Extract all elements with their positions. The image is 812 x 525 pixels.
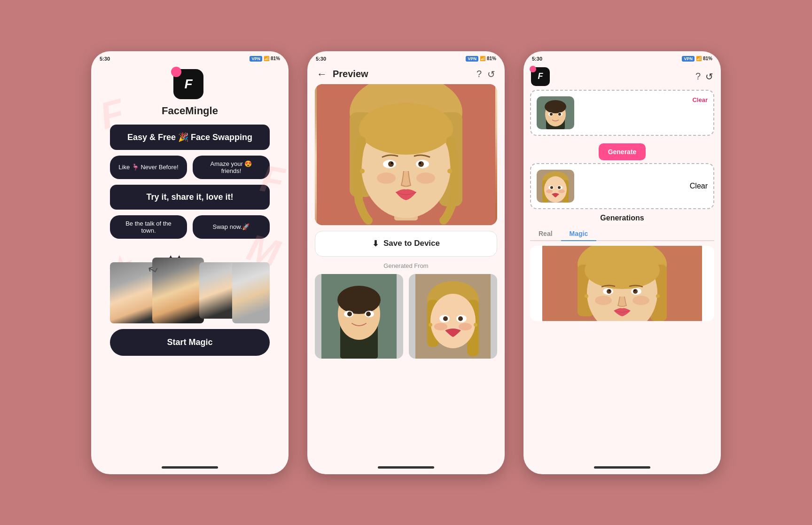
svg-point-14 <box>447 169 452 173</box>
preview-image-container <box>315 84 497 225</box>
try-button[interactable]: Try it, share it, love it! <box>110 185 270 210</box>
signal-icons-3: 📶 <box>696 56 702 61</box>
source-female <box>409 274 497 359</box>
status-icons-3: VPN 📶 81% <box>682 56 712 62</box>
save-button[interactable]: ⬇ Save to Device <box>315 231 497 257</box>
svg-point-30 <box>430 294 476 348</box>
svg-point-12 <box>419 162 421 164</box>
svg-point-53 <box>550 186 553 189</box>
svg-point-70 <box>634 290 636 291</box>
logo-letter: F <box>184 77 192 92</box>
source-female-svg <box>409 274 497 359</box>
phone-1: 5:30 VPN 📶 81% F F ★ M F FaceMingle Easy… <box>91 51 289 474</box>
signal-icons: 📶 <box>264 56 269 61</box>
svg-point-13 <box>360 169 365 173</box>
talk-button[interactable]: Be the talk of the town. <box>110 215 187 239</box>
app-logo-small: F <box>531 67 550 86</box>
svg-point-73 <box>595 296 612 305</box>
generate-button[interactable]: Generate <box>599 143 646 160</box>
bottom-images: ✦✦ ✦ ↵ <box>110 248 270 323</box>
battery-3: 81% <box>703 56 712 61</box>
generated-from-label: Generated From <box>307 262 505 269</box>
battery-1: 81% <box>271 56 280 61</box>
amaze-button[interactable]: Amaze your 😍 friends! <box>193 156 270 179</box>
tab-real[interactable]: Real <box>530 227 561 241</box>
back-icon-3[interactable]: ↺ <box>705 71 713 82</box>
tab-magic[interactable]: Magic <box>561 227 597 241</box>
svg-point-51 <box>544 176 567 203</box>
time-3: 5:30 <box>532 56 542 62</box>
svg-point-34 <box>458 316 463 321</box>
svg-point-16 <box>416 172 435 184</box>
vpn-badge: VPN <box>250 56 262 62</box>
back-button[interactable]: ← <box>317 68 327 80</box>
svg-point-67 <box>609 290 610 291</box>
svg-point-24 <box>366 312 371 316</box>
small-btns-row: Like 🦩 Never Before! Amaze your 😍 friend… <box>110 156 270 179</box>
clear-button-2[interactable]: Clear <box>690 182 708 190</box>
svg-point-6 <box>359 103 453 155</box>
svg-point-64 <box>585 251 660 289</box>
svg-point-57 <box>558 189 565 193</box>
svg-rect-25 <box>345 352 373 359</box>
home-indicator-3 <box>594 466 650 469</box>
svg-point-46 <box>558 113 561 116</box>
preview-title: Preview <box>333 69 471 79</box>
swap-button[interactable]: Swap now.🚀 <box>193 215 270 239</box>
home-bar-2 <box>307 461 505 474</box>
face-svg <box>315 84 497 225</box>
app-logo-container: F <box>173 69 206 102</box>
phone3-header: F ? ↺ <box>523 64 721 90</box>
svg-point-9 <box>391 162 393 164</box>
logo-pink-dot <box>171 67 181 77</box>
like-button[interactable]: Like 🦩 Never Before! <box>110 156 187 179</box>
thumb-female <box>537 170 574 203</box>
thumb-female-svg <box>537 170 574 203</box>
svg-point-71 <box>585 294 588 298</box>
status-bar-2: 5:30 VPN 📶 81% <box>307 51 505 64</box>
status-bar-3: 5:30 VPN 📶 81% <box>523 51 721 64</box>
gen-tabs: Real Magic <box>530 227 714 241</box>
svg-point-15 <box>377 172 396 184</box>
small-btns-row2: Be the talk of the town. Swap now.🚀 <box>110 215 270 239</box>
source-images <box>315 274 497 359</box>
tagline-button[interactable]: Easy & Free 🎉 Face Swapping <box>110 125 270 150</box>
upload-section-1[interactable]: Clear <box>530 90 714 136</box>
vpn-badge-3: VPN <box>682 56 695 62</box>
clear-button-1[interactable]: Clear <box>692 96 708 103</box>
signal-icons-2: 📶 <box>480 56 485 61</box>
status-icons-1: VPN 📶 81% <box>250 56 280 62</box>
upload-section-2[interactable]: Clear <box>530 163 714 209</box>
home-bar-1 <box>91 461 289 474</box>
svg-point-56 <box>546 189 553 193</box>
svg-point-22 <box>347 312 352 316</box>
home-indicator-2 <box>378 466 434 469</box>
start-magic-button[interactable]: Start Magic <box>110 329 270 356</box>
svg-point-37 <box>434 323 447 330</box>
svg-point-35 <box>429 323 432 327</box>
phone3-main: F ? ↺ Clear <box>523 64 721 461</box>
home-indicator-1 <box>162 466 218 469</box>
source-male-svg <box>315 274 403 359</box>
time-1: 5:30 <box>100 56 110 62</box>
svg-point-11 <box>418 161 424 167</box>
svg-point-72 <box>656 294 660 298</box>
generation-result <box>530 246 714 321</box>
generate-btn-container: Generate <box>530 141 714 160</box>
battery-2: 81% <box>487 56 496 61</box>
nav-bar-2: ← Preview ? ↺ <box>307 64 505 84</box>
app-logo: F <box>173 69 203 99</box>
help-icon-3[interactable]: ? <box>695 71 701 82</box>
phone-3: 5:30 VPN 📶 81% F ? ↺ <box>523 51 721 474</box>
preview-face-result <box>315 84 497 225</box>
help-icon[interactable]: ? <box>476 69 482 79</box>
svg-point-74 <box>632 296 649 305</box>
save-icon: ⬇ <box>372 239 379 249</box>
refresh-icon[interactable]: ↺ <box>487 69 495 80</box>
person-img-4 <box>232 262 270 323</box>
vpn-badge-2: VPN <box>466 56 478 62</box>
gen-result-svg <box>530 246 714 321</box>
generations-section: Generations Real Magic <box>530 214 714 452</box>
save-label: Save to Device <box>383 239 440 248</box>
svg-point-32 <box>443 316 448 321</box>
